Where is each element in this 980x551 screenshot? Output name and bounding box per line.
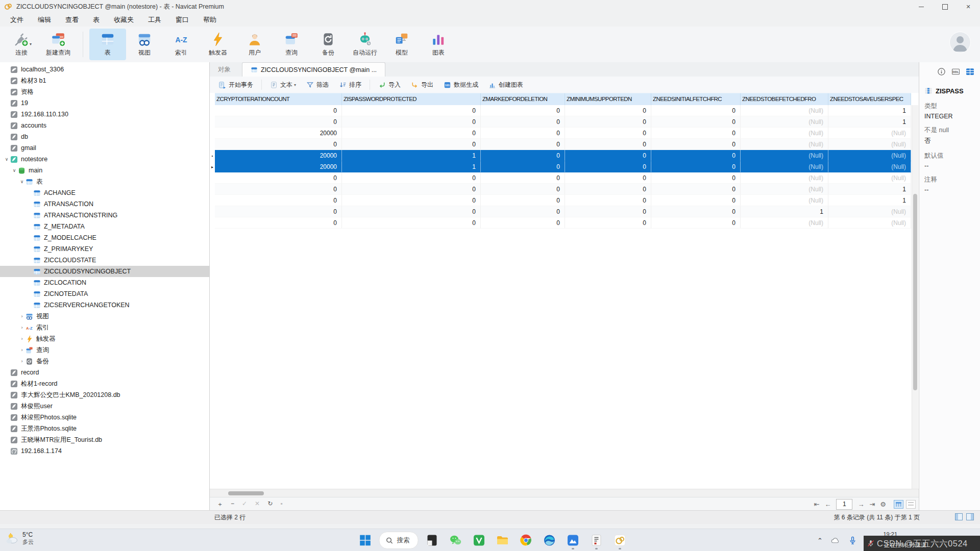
next-page-button[interactable]: → — [857, 500, 864, 508]
table-row-8[interactable]: 00000(Null)1 — [210, 184, 912, 195]
chevron-right-icon[interactable]: › — [18, 336, 26, 341]
grid-view-button[interactable] — [894, 500, 903, 509]
cell[interactable]: 0 — [565, 150, 651, 161]
cell[interactable]: 0 — [481, 184, 565, 195]
tree-item-22[interactable]: ›视图 — [0, 311, 209, 322]
dropdown-caret-icon[interactable]: ▾ — [30, 42, 32, 46]
horizontal-scrollbar-thumb[interactable] — [228, 491, 264, 495]
taskbar-weather-widget[interactable]: 5°C 多云 — [5, 531, 34, 546]
horizontal-scrollbar[interactable] — [210, 489, 919, 497]
tree-item-23[interactable]: ›A-Z索引 — [0, 322, 209, 333]
cell[interactable]: 0 — [651, 161, 741, 172]
chevron-right-icon[interactable]: › — [18, 359, 26, 364]
cell[interactable]: 0 — [481, 105, 565, 116]
cell[interactable]: (Null) — [828, 150, 911, 161]
cell[interactable]: 0 — [342, 116, 481, 128]
column-header-ZNEEDSTOBEFETCHEDFRO[interactable]: ZNEEDSTOBEFETCHEDFRO — [741, 93, 828, 106]
chevron-right-icon[interactable]: › — [18, 314, 26, 319]
tree-item-30[interactable]: 林俊熙user — [0, 400, 209, 412]
cell[interactable]: 0 — [651, 184, 741, 195]
taskbar-navicat[interactable] — [610, 531, 630, 550]
tree-item-14[interactable]: Z_METADATA — [0, 221, 209, 232]
cell[interactable]: 0 — [215, 172, 342, 184]
tree-item-11[interactable]: ACHANGE — [0, 187, 209, 198]
taskbar-edge[interactable] — [540, 531, 559, 550]
delete-record-button[interactable]: − — [231, 500, 234, 509]
menu-item-7[interactable]: 帮助 — [196, 14, 224, 26]
cell[interactable]: (Null) — [741, 116, 828, 128]
cell[interactable]: 0 — [481, 139, 565, 150]
form-view-button[interactable] — [906, 500, 916, 509]
toolbar-autorun-button[interactable]: 自动运行 — [347, 29, 383, 60]
tree-item-26[interactable]: ›备份 — [0, 356, 209, 367]
add-record-button[interactable]: ＋ — [217, 500, 223, 509]
cell[interactable]: 0 — [342, 105, 481, 116]
table-row-6[interactable]: ▸200001000(Null)(Null) — [210, 161, 912, 172]
cell[interactable]: 1 — [828, 116, 911, 128]
page-number-input[interactable] — [836, 499, 852, 510]
apply-record-button[interactable]: ✓ — [242, 500, 247, 509]
cell[interactable]: 0 — [651, 150, 741, 161]
cell[interactable]: 0 — [651, 105, 741, 116]
tree-item-2[interactable]: 资格 — [0, 86, 209, 97]
tree-item-13[interactable]: ATRANSACTIONSTRING — [0, 210, 209, 221]
cell[interactable]: 0 — [565, 116, 651, 128]
info-tab[interactable] — [936, 66, 946, 77]
tab-1[interactable]: ZICCLOUDSYNCINGOBJECT @main ... — [242, 62, 385, 77]
menu-item-1[interactable]: 编辑 — [31, 14, 58, 26]
taskbar-notes-app[interactable] — [587, 531, 606, 550]
cell[interactable]: 0 — [342, 128, 481, 139]
columns-tab[interactable] — [965, 66, 975, 77]
grid-toolbar-item-6[interactable]: 101数据生成 — [439, 79, 483, 91]
cell[interactable]: 1 — [828, 195, 911, 206]
cell[interactable]: 0 — [651, 217, 741, 229]
tree-item-32[interactable]: 王景浩Photos.sqlite — [0, 423, 209, 434]
grid-toolbar-item-3[interactable]: 排序 — [334, 79, 366, 91]
cell[interactable]: 0 — [481, 128, 565, 139]
taskbar-search[interactable]: 搜索 — [379, 532, 419, 549]
cell[interactable]: (Null) — [741, 195, 828, 206]
menu-item-3[interactable]: 表 — [86, 14, 107, 26]
cell[interactable]: (Null) — [741, 105, 828, 116]
tree-item-25[interactable]: ›查询 — [0, 344, 209, 356]
tree-item-18[interactable]: ZICCLOUDSYNCINGOBJECT — [0, 266, 209, 277]
toolbar-view-button[interactable]: 视图 — [126, 29, 163, 60]
menu-item-4[interactable]: 收藏夹 — [107, 14, 141, 26]
tree-item-31[interactable]: 林浚熙Photos.sqlite — [0, 412, 209, 423]
cell[interactable]: (Null) — [741, 128, 828, 139]
table-row-10[interactable]: 000001(Null) — [210, 206, 912, 217]
tree-item-34[interactable]: 192.168.1.174 — [0, 445, 209, 457]
grid-toolbar-item-4[interactable]: 导入 — [374, 79, 405, 91]
minimize-button[interactable] — [910, 0, 933, 13]
cell[interactable]: 0 — [215, 139, 342, 150]
tree-item-17[interactable]: ZICCLOUDSTATE — [0, 255, 209, 266]
cell[interactable]: 0 — [342, 139, 481, 150]
column-header-ZNEEDSTOSAVEUSERSPEC[interactable]: ZNEEDSTOSAVEUSERSPEC — [828, 93, 911, 106]
toolbar-trigger-button[interactable]: 触发器 — [200, 29, 236, 60]
chevron-down-icon[interactable]: ∨ — [3, 157, 10, 162]
tree-item-0[interactable]: localhost_3306 — [0, 64, 209, 75]
table-row-11[interactable]: 00000(Null)(Null) — [210, 217, 912, 229]
close-button[interactable]: ✕ — [957, 0, 980, 13]
taskbar-wechat[interactable] — [446, 531, 465, 550]
cell[interactable]: 1 — [741, 206, 828, 217]
tree-item-24[interactable]: ›触发器 — [0, 333, 209, 344]
chevron-down-icon[interactable]: ∨ — [11, 168, 18, 173]
refresh-button[interactable]: ↻ — [267, 500, 273, 509]
settings-gear-icon[interactable]: ⚙ — [880, 500, 886, 508]
cell[interactable]: 0 — [565, 195, 651, 206]
toolbar-chart-button[interactable]: 图表 — [420, 29, 457, 60]
toolbar-user-button[interactable]: 用户 — [236, 29, 273, 60]
tree-item-29[interactable]: 李大辉公交巴士KMB_20201208.db — [0, 389, 209, 400]
discard-record-button[interactable]: ✕ — [255, 500, 260, 509]
cell[interactable]: 0 — [342, 217, 481, 229]
tree-item-1[interactable]: 检材3 b1 — [0, 75, 209, 86]
tree-item-21[interactable]: ZICSERVERCHANGETOKEN — [0, 299, 209, 311]
cell[interactable]: 0 — [215, 206, 342, 217]
cell[interactable]: (Null) — [741, 184, 828, 195]
menu-item-0[interactable]: 文件 — [3, 14, 31, 26]
cell[interactable]: (Null) — [741, 161, 828, 172]
tree-item-20[interactable]: ZICNOTEDATA — [0, 288, 209, 299]
cell[interactable]: 0 — [342, 184, 481, 195]
cell[interactable]: 0 — [565, 217, 651, 229]
